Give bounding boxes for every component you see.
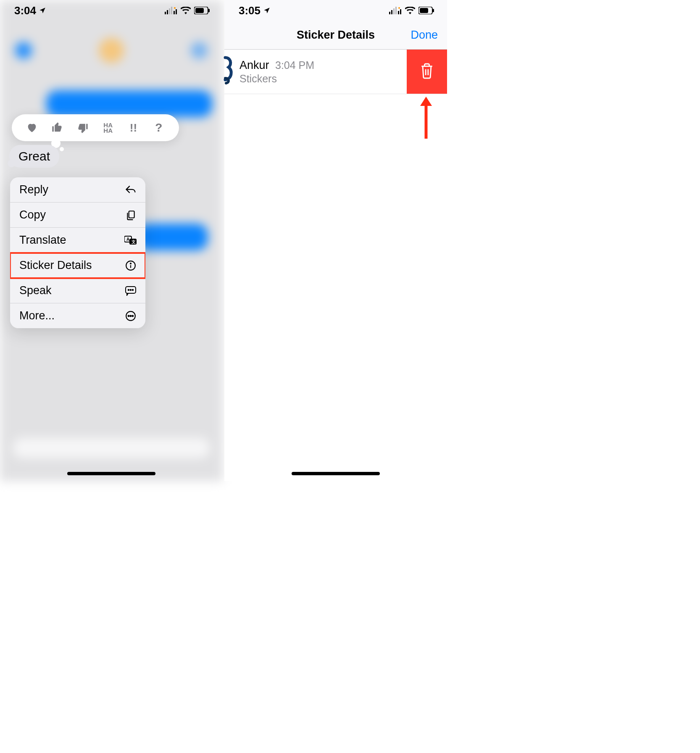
svg-point-19 <box>128 289 129 290</box>
battery-icon <box>194 7 210 14</box>
svg-point-30 <box>398 7 400 9</box>
wifi-icon <box>405 7 415 14</box>
tapback-bar: HAHA !! ? <box>12 114 179 141</box>
svg-rect-27 <box>391 10 392 14</box>
menu-translate-label: Translate <box>19 234 66 247</box>
sticker-sender-name: Ankur <box>239 59 269 71</box>
tapback-question-icon[interactable]: ? <box>150 119 167 136</box>
svg-rect-8 <box>195 8 204 13</box>
menu-sticker-details-label: Sticker Details <box>19 259 92 272</box>
status-time: 3:04 <box>14 4 36 17</box>
svg-rect-31 <box>398 11 399 14</box>
message-bubble[interactable]: Great <box>9 145 59 168</box>
svg-point-23 <box>128 315 129 316</box>
svg-rect-0 <box>165 12 166 14</box>
sticker-time: 3:04 PM <box>275 59 314 71</box>
menu-more-label: More... <box>19 309 55 322</box>
status-bar: 3:04 <box>0 0 223 21</box>
tapback-exclaim-icon[interactable]: !! <box>125 119 142 136</box>
dual-sim-signal-icon <box>389 4 402 17</box>
trash-icon <box>420 63 434 81</box>
annotation-arrow-icon <box>418 97 434 140</box>
svg-rect-3 <box>171 7 172 14</box>
menu-reply[interactable]: Reply <box>10 177 145 203</box>
home-indicator <box>292 472 380 475</box>
tapback-haha-icon[interactable]: HAHA <box>100 119 116 136</box>
svg-rect-26 <box>389 12 390 14</box>
svg-rect-29 <box>395 7 397 14</box>
menu-copy[interactable]: Copy <box>10 203 145 228</box>
reply-arrow-icon <box>124 184 137 196</box>
sticker-thumbnail <box>224 55 235 89</box>
translate-icon: A文 <box>124 234 137 247</box>
menu-speak-label: Speak <box>19 284 52 297</box>
svg-rect-35 <box>433 9 434 12</box>
svg-marker-39 <box>420 97 432 106</box>
tapback-thumbs-down-icon[interactable] <box>74 119 91 136</box>
sticker-row[interactable]: Ankur 3:04 PM Stickers <box>224 50 447 94</box>
nav-title: Sticker Details <box>297 29 375 42</box>
svg-rect-2 <box>169 8 170 14</box>
svg-rect-5 <box>174 11 175 14</box>
home-indicator <box>67 472 155 475</box>
speak-bubble-icon <box>124 284 137 297</box>
svg-text:文: 文 <box>131 240 136 244</box>
svg-point-25 <box>132 315 133 316</box>
dual-sim-signal-icon <box>165 4 177 17</box>
svg-rect-34 <box>420 8 428 13</box>
sticker-app-name: Stickers <box>239 73 314 85</box>
svg-text:A: A <box>126 237 129 242</box>
done-button[interactable]: Done <box>411 29 438 42</box>
menu-speak[interactable]: Speak <box>10 278 145 303</box>
menu-reply-label: Reply <box>19 183 48 196</box>
copy-icon <box>124 209 137 221</box>
svg-point-4 <box>174 7 176 9</box>
right-screenshot: 3:05 Sticker Details Done <box>224 0 447 481</box>
location-icon <box>263 4 271 17</box>
svg-point-21 <box>132 289 134 290</box>
status-bar: 3:05 <box>224 0 447 21</box>
svg-rect-28 <box>393 8 395 14</box>
info-circle-icon <box>124 259 137 272</box>
svg-point-20 <box>130 289 132 290</box>
wifi-icon <box>181 7 191 14</box>
status-time: 3:05 <box>239 4 261 17</box>
svg-rect-9 <box>208 9 210 12</box>
message-text: Great <box>18 149 50 163</box>
svg-rect-10 <box>129 211 134 218</box>
left-screenshot: 3:04 <box>0 0 223 481</box>
svg-rect-6 <box>176 9 177 14</box>
tapback-heart-icon[interactable] <box>24 119 40 136</box>
svg-point-17 <box>130 263 131 264</box>
svg-rect-32 <box>400 9 401 14</box>
tapback-thumbs-up-icon[interactable] <box>49 119 66 136</box>
menu-sticker-details[interactable]: Sticker Details <box>10 253 145 278</box>
svg-point-24 <box>130 315 132 316</box>
menu-more[interactable]: More... <box>10 303 145 328</box>
nav-bar: Sticker Details Done <box>224 21 447 50</box>
menu-copy-label: Copy <box>19 208 46 221</box>
battery-icon <box>418 7 434 14</box>
svg-rect-1 <box>167 10 168 14</box>
menu-translate[interactable]: Translate A文 <box>10 228 145 253</box>
delete-button[interactable] <box>407 50 447 94</box>
location-icon <box>39 4 46 17</box>
more-circle-icon <box>124 310 137 322</box>
context-menu: Reply Copy Translate A文 Sticker Details <box>10 177 145 328</box>
